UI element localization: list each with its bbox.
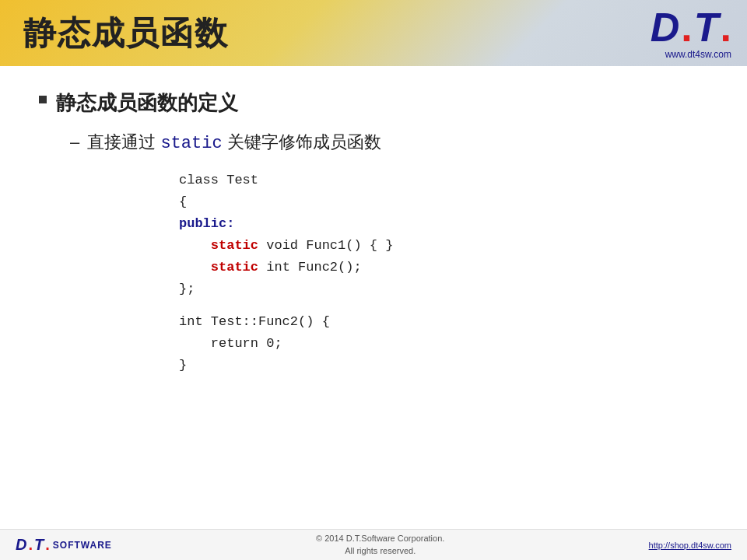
copyright-line2: All rights reserved.: [316, 545, 444, 557]
footer-link[interactable]: http://shop.dt4sw.com: [649, 541, 731, 550]
copyright-line1: © 2014 D.T.Software Corporation.: [316, 533, 444, 544]
code-line-8: return 0;: [179, 333, 708, 355]
code-line-2: {: [179, 191, 708, 213]
logo-dot1: .: [681, 7, 692, 47]
footer-logo-dot1: .: [28, 536, 33, 554]
logo-d: D: [651, 7, 680, 47]
code-line-3: public:: [179, 213, 708, 235]
sub-dash: –: [70, 132, 79, 152]
sub-text-before: 直接通过: [87, 132, 160, 152]
page-title: 静态成员函数: [23, 12, 229, 55]
code-line-7: int Test::Func2() {: [179, 311, 708, 333]
static-keyword: static: [160, 134, 222, 153]
code-line-6: };: [179, 278, 708, 300]
code-line-5: static int Func2();: [179, 257, 708, 278]
footer-logo-sw: SOFTWARE: [53, 540, 112, 551]
bullet-section-1: 静态成员函数的定义: [39, 89, 708, 117]
footer-logo: D . T . SOFTWARE: [16, 536, 112, 554]
sub-bullet-text: 直接通过 static 关键字修饰成员函数: [87, 131, 381, 154]
code-line-4: static void Func1() { }: [179, 235, 708, 257]
sub-text-after: 关键字修饰成员函数: [223, 132, 381, 152]
logo-t: T: [694, 7, 719, 47]
sub-bullet-section-1: – 直接通过 static 关键字修饰成员函数: [70, 131, 708, 154]
bullet-text-1: 静态成员函数的定义: [56, 89, 238, 117]
shop-link[interactable]: http://shop.dt4sw.com: [649, 541, 731, 550]
footer: D . T . SOFTWARE © 2014 D.T.Software Cor…: [0, 529, 747, 560]
logo-dot2: .: [721, 7, 731, 47]
header: 静态成员函数 D . T . www.dt4sw.com: [0, 0, 747, 66]
header-logo: D . T .: [651, 7, 731, 47]
code-block: class Test { public: static void Func1()…: [179, 170, 708, 376]
footer-logo-t: T: [34, 536, 44, 554]
code-line-1: class Test: [179, 170, 708, 191]
bullet-icon: [39, 96, 47, 103]
footer-copyright: © 2014 D.T.Software Corporation. All rig…: [316, 533, 444, 557]
logo-area: D . T . www.dt4sw.com: [651, 7, 731, 60]
footer-logo-d: D: [16, 536, 26, 554]
footer-logo-dot2: .: [45, 536, 50, 554]
logo-url: www.dt4sw.com: [665, 49, 731, 60]
main-content: 静态成员函数的定义 – 直接通过 static 关键字修饰成员函数 class …: [0, 66, 747, 529]
code-line-9: }: [179, 355, 708, 376]
code-gap-1: [179, 300, 708, 311]
